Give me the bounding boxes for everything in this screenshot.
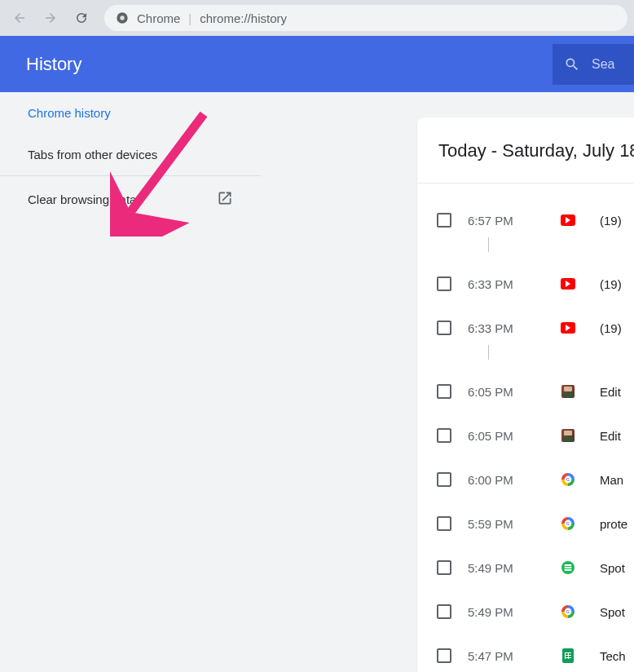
browser-toolbar: Chrome | chrome://history	[0, 0, 634, 36]
google-icon	[561, 473, 575, 486]
reload-button[interactable]	[68, 5, 95, 31]
history-row[interactable]: 6:57 PM(19)	[417, 198, 634, 242]
sidebar: Chrome history Tabs from other devices C…	[0, 92, 261, 223]
spotify-icon	[561, 561, 575, 574]
row-subline	[476, 345, 634, 361]
row-time: 5:47 PM	[468, 649, 525, 663]
row-checkbox[interactable]	[437, 276, 451, 291]
search-box[interactable]: Sea	[553, 44, 634, 85]
address-app: Chrome	[137, 11, 180, 25]
row-time: 6:05 PM	[468, 385, 525, 399]
row-title: (19)	[600, 321, 622, 335]
search-label: Sea	[592, 57, 614, 72]
address-divider: |	[188, 11, 192, 25]
row-favicon	[561, 604, 575, 619]
row-checkbox[interactable]	[437, 384, 451, 399]
row-favicon	[561, 428, 575, 443]
row-time: 6:05 PM	[468, 429, 525, 443]
arrow-right-icon	[43, 11, 58, 25]
google-icon	[561, 605, 575, 618]
chrome-icon	[116, 11, 129, 24]
date-header: Today - Saturday, July 18, 2	[417, 117, 634, 183]
row-checkbox[interactable]	[437, 472, 451, 487]
history-row[interactable]: 6:33 PM(19)	[417, 262, 634, 306]
row-time: 6:00 PM	[468, 473, 525, 487]
row-favicon	[561, 648, 575, 663]
search-icon	[564, 56, 580, 73]
row-favicon	[561, 276, 575, 291]
sidebar-chrome-history[interactable]: Chrome history	[0, 92, 261, 134]
forward-button[interactable]	[37, 5, 64, 31]
row-time: 5:49 PM	[468, 561, 525, 575]
address-bar[interactable]: Chrome | chrome://history	[104, 5, 627, 31]
youtube-icon	[561, 322, 575, 334]
row-checkbox[interactable]	[437, 321, 451, 335]
row-title: (19)	[600, 277, 622, 291]
row-favicon	[561, 384, 575, 399]
sidebar-item-label: Chrome history	[28, 106, 111, 120]
sidebar-clear-browsing-data[interactable]: Clear browsing data	[0, 176, 261, 223]
history-row[interactable]: 5:49 PMSpot	[417, 546, 634, 590]
row-title: Edit	[600, 385, 621, 399]
open-external-icon	[217, 190, 233, 209]
history-row[interactable]: 6:05 PMEdit	[417, 369, 634, 413]
history-row[interactable]: 6:33 PM(19)	[417, 306, 634, 350]
row-checkbox[interactable]	[437, 604, 451, 619]
row-checkbox[interactable]	[437, 516, 451, 531]
site-icon	[561, 385, 575, 398]
page-title: History	[26, 54, 81, 75]
history-row[interactable]: 5:47 PMTech	[417, 634, 634, 672]
row-favicon	[561, 560, 575, 575]
svg-point-1	[120, 15, 124, 20]
row-title: prote	[600, 517, 627, 531]
row-checkbox[interactable]	[437, 648, 451, 663]
history-row[interactable]: 5:59 PMprote	[417, 502, 634, 546]
history-content: Today - Saturday, July 18, 2 6:57 PM(19)…	[417, 117, 634, 672]
row-subline	[476, 237, 634, 254]
row-checkbox[interactable]	[437, 213, 451, 228]
row-favicon	[561, 516, 575, 531]
row-favicon	[561, 472, 575, 487]
row-title: Spot	[600, 561, 625, 575]
address-url: chrome://history	[200, 11, 287, 25]
google-icon	[561, 517, 575, 530]
youtube-icon	[561, 214, 575, 226]
row-checkbox[interactable]	[437, 560, 451, 575]
back-button[interactable]	[7, 5, 33, 31]
history-row[interactable]: 6:00 PMMan	[417, 458, 634, 502]
history-row[interactable]: 5:49 PMSpot	[417, 590, 634, 634]
arrow-left-icon	[12, 11, 27, 25]
history-row[interactable]: 6:05 PMEdit	[417, 413, 634, 458]
row-time: 6:57 PM	[468, 214, 525, 228]
row-title: Spot	[600, 605, 625, 619]
row-title: Man	[600, 473, 623, 487]
sidebar-item-label: Tabs from other devices	[28, 148, 157, 161]
row-title: (19)	[600, 214, 622, 228]
row-checkbox[interactable]	[437, 428, 451, 443]
row-time: 5:49 PM	[468, 605, 525, 619]
row-time: 5:59 PM	[468, 517, 525, 531]
history-list: 6:57 PM(19)6:33 PM(19)6:33 PM(19)6:05 PM…	[417, 183, 634, 672]
row-time: 6:33 PM	[468, 321, 525, 335]
youtube-icon	[561, 278, 575, 290]
reload-icon	[74, 11, 89, 25]
row-title: Edit	[600, 429, 621, 443]
sidebar-tabs-other-devices[interactable]: Tabs from other devices	[0, 134, 261, 175]
row-time: 6:33 PM	[468, 277, 525, 291]
row-favicon	[561, 213, 575, 228]
sheets-icon	[562, 648, 574, 663]
row-title: Tech	[600, 649, 626, 663]
sidebar-item-label: Clear browsing data	[28, 192, 136, 206]
site-icon	[561, 429, 575, 442]
row-favicon	[561, 321, 575, 335]
page-header: History Sea	[0, 36, 634, 92]
